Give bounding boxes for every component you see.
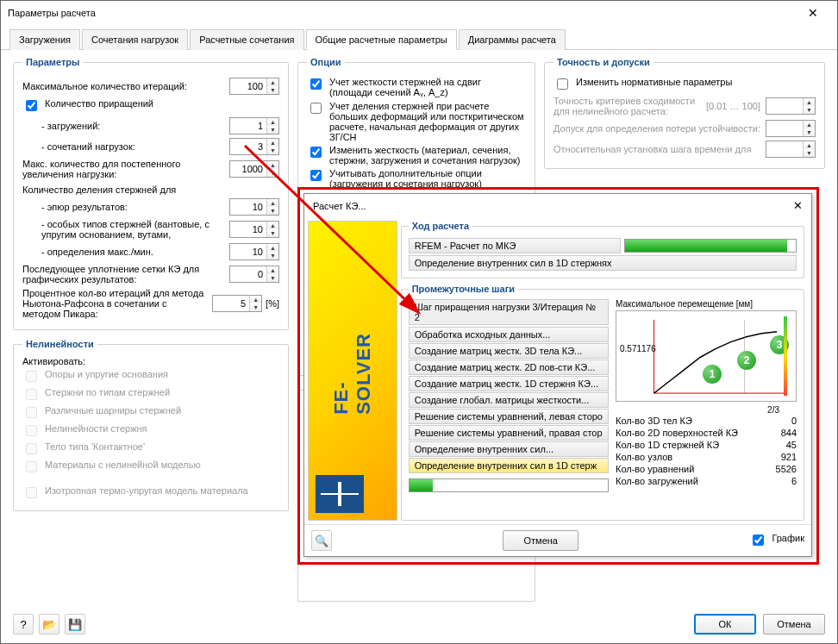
special-members-spin[interactable]: ▲▼ [229,221,279,238]
nl-materials-label: Материалы с нелинейной моделью [45,460,201,470]
maxmin-spin[interactable]: ▲▼ [229,243,279,260]
tab-bar: Загружения Сочетания нагрузок Расчетные … [1,28,837,50]
chart-title: Максимальное перемещение [мм] [616,299,797,309]
window-title: Параметры расчета [8,8,96,18]
nl-contact-label: Тело типа 'Контактное' [45,441,145,452]
close-button[interactable]: ✕ [796,3,830,22]
incr-loads-spin[interactable]: ▲▼ [229,117,279,134]
crit-input [766,98,803,114]
nl-contact-check [26,443,37,454]
nl-supports-label: Опоры и упругие основания [45,369,168,379]
folder-icon[interactable]: 📂 [39,614,59,635]
incr-combos-spin[interactable]: ▲▼ [229,138,279,155]
modal-cancel-button[interactable]: Отмена [503,530,578,551]
opt-additional-check[interactable] [310,170,322,181]
refine-spin[interactable]: ▲▼ [229,266,279,283]
nl-iso-check [26,487,37,498]
change-norm-check[interactable] [557,78,568,90]
graph-check[interactable] [753,535,764,546]
max-iter-input[interactable] [230,78,266,94]
maxmin-input[interactable] [230,244,266,259]
nl-hinges-label: Различные шарниры стержней [45,405,181,416]
steps-list: Шаг приращения нагрузки 3/Итерация № 2 О… [409,299,609,492]
stat-label: Кол-во 3D тел КЭ [616,416,692,426]
stat-label: Кол-во загружений [616,476,698,486]
nonlin-group: Нелинейности Активировать: Опоры и упруг… [13,339,289,511]
refine-input[interactable] [230,266,266,282]
nl-materials-check [26,461,37,472]
opt-stiffness-label: Изменить жесткость (материал, сечения, с… [329,145,526,166]
incr-combos-input[interactable] [230,139,266,154]
stat-value: 921 [781,452,797,462]
nl-member-nl-check [26,425,37,436]
step-item: Создание матриц жестк. 2D пов-сти КЭ... [409,360,609,375]
progress-legend: Ход расчета [409,221,472,231]
precision-legend: Точность и допуски [553,57,654,67]
picard-label: Процентное кол-во итераций для метода Нь… [22,288,207,319]
num-increments-check[interactable] [26,100,37,111]
steps-group: Промежуточные шаги Шаг приращения нагруз… [401,284,804,521]
stat-value: 844 [781,428,797,438]
progress-text-1: RFEM - Расчет по МКЭ [409,238,621,253]
save-icon[interactable]: 💾 [65,614,85,635]
zoom-icon[interactable]: 🔍 [311,530,332,551]
precision-group: Точность и допуски Изменить нормативные … [544,57,825,169]
rel-input [766,141,803,157]
tab-design-combos[interactable]: Расчетные сочетания [190,29,303,50]
params-legend: Параметры [22,57,83,67]
activate-label: Активировать: [22,356,279,366]
step-item: Создание матриц жестк. 1D стержня КЭ... [409,376,609,391]
step-item: Определение внутренних сил... [409,441,609,457]
crit-label: Точность критериев сходимости для нелине… [553,96,701,116]
color-scale-icon [784,316,787,396]
nl-hinges-check [26,407,37,418]
refine-label: Последующее уплотнение сетки КЭ для граф… [22,264,224,284]
tab-load-combos[interactable]: Сочетания нагрузок [82,29,188,50]
incr-combos-label: - сочетаний нагрузок: [41,141,224,152]
picard-unit: [%] [266,298,279,309]
stat-value: 6 [791,476,797,486]
special-members-input[interactable] [230,222,266,237]
opt-additional-label: Учитывать дополнительные опции (загружен… [329,168,526,189]
tab-load-cases[interactable]: Загружения [9,29,80,50]
options-legend: Опции [307,57,345,67]
help-icon[interactable]: ? [13,614,34,635]
fe-solver-banner: FE-SOLVER [308,221,397,521]
step-item-active: Определение внутренних сил в 1D стерж [409,458,609,473]
incr-loads-input[interactable] [230,118,266,134]
displacement-chart: 0.571176 1 2 3 [616,310,797,402]
step-progress-bar [409,478,609,492]
gradual-input[interactable] [230,161,266,177]
opt-shear-check[interactable] [310,78,322,90]
tab-diagrams[interactable]: Диаграммы расчета [459,29,566,50]
opt-division-check[interactable] [310,103,322,114]
calc-progress-modal: Расчет КЭ... ✕ FE-SOLVER Ход расчета RFE… [303,193,812,557]
tol-spin: ▲▼ [766,120,816,137]
picard-spin[interactable]: ▲▼ [212,295,262,312]
nl-member-nl-label: Нелинейности стержня [45,423,147,434]
gradual-label: Макс. количество для постепенного увелич… [22,159,224,179]
nl-iso-label: Изотропная термо-упругая модель материал… [45,485,248,496]
ep-results-input[interactable] [230,199,266,215]
tol-label: Допуск для определения потери устойчивос… [553,123,760,134]
stats-table: Кол-во 3D тел КЭ0 Кол-во 2D поверхностей… [616,415,797,487]
ok-button[interactable]: ОК [694,614,756,635]
modal-close-icon[interactable]: ✕ [793,199,803,212]
gradual-spin[interactable]: ▲▼ [229,160,279,178]
member-div-label: Количество деления стержней для [22,184,279,195]
maxmin-label: - определения макс./мин. [41,247,224,257]
nonlin-legend: Нелинейности [22,339,97,349]
stat-label: Кол-во 2D поверхностей КЭ [616,428,738,438]
dlubal-logo-icon [316,475,364,513]
picard-input[interactable] [213,296,249,311]
ep-results-spin[interactable]: ▲▼ [229,198,279,216]
step-item: Создание глобал. матрицы жесткости... [409,392,609,408]
max-iter-label: Максимальное количество итераций: [22,81,224,91]
special-members-label: - особых типов стержней (вантовые, с упр… [41,219,224,240]
opt-stiffness-check[interactable] [310,147,322,158]
steps-legend: Промежуточные шаги [409,284,518,294]
max-iter-spin[interactable]: ▲▼ [229,78,279,95]
tab-global-params[interactable]: Общие расчетные параметры [306,29,457,50]
rel-label: Относительная установка шага времени для [553,144,760,154]
cancel-button[interactable]: Отмена [763,614,825,635]
